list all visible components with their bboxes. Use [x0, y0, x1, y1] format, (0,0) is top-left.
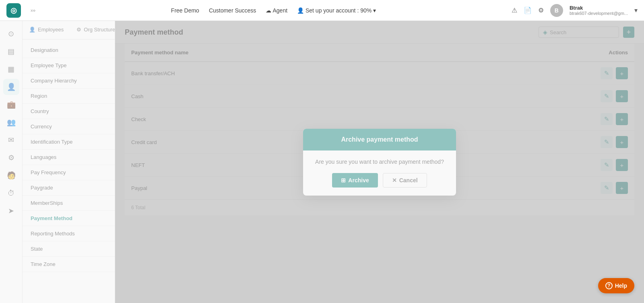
- nav-item-languages[interactable]: Languages: [23, 150, 115, 165]
- nav-item-paygrade[interactable]: Paygrade: [23, 180, 115, 196]
- table-row: Credit card ✎ +: [125, 131, 634, 154]
- sidebar-icon-tv[interactable]: ▤: [3, 43, 19, 60]
- cell-name: Credit card: [125, 131, 449, 154]
- nav-item-payment_method[interactable]: Payment Method: [23, 211, 115, 226]
- modal-cancel-button[interactable]: ✕ Cancel: [383, 173, 427, 188]
- help-circle-icon: ?: [605, 282, 613, 289]
- tab-org-structure[interactable]: ⚙ Org Structure: [70, 21, 115, 39]
- col-actions: Actions: [449, 44, 635, 62]
- left-nav: 👤 Employees ⚙ Org Structure 👤 HR Setting…: [23, 21, 115, 303]
- table-row: Cash ✎ +: [125, 85, 634, 108]
- main-content: Payment method ◈ + Payment method name A…: [115, 21, 644, 303]
- modal-archive-button[interactable]: ⊞ Archive: [332, 173, 378, 188]
- modal-header: Archive payment method: [303, 129, 456, 150]
- modal-overlay: Archive payment method Are you sure you …: [115, 21, 644, 303]
- nav-item-time_zone[interactable]: Time Zone: [23, 257, 115, 272]
- user-dropdown-icon[interactable]: ▾: [634, 6, 638, 14]
- nav-item-reporting_methods[interactable]: Reporting Methods: [23, 226, 115, 241]
- modal-body: Are you sure you want to archive payment…: [303, 150, 456, 173]
- header-right: ◈ +: [539, 27, 634, 38]
- table-footer: 6 Total: [125, 200, 634, 215]
- sidebar-icon-mail[interactable]: ✉: [3, 132, 19, 148]
- nav-item-company_hierarchy[interactable]: Company Hierarchy: [23, 73, 115, 89]
- edit-button[interactable]: ✎: [601, 113, 613, 125]
- cell-actions: ✎ +: [449, 108, 635, 131]
- cell-name: NEFT: [125, 154, 449, 177]
- edit-button[interactable]: ✎: [601, 182, 613, 194]
- sidebar-icon-briefcase[interactable]: 💼: [3, 97, 19, 113]
- layout: ⊙▤▦👤💼👥✉⚙🧑⏱➤ 👤 Employees ⚙ Org Structure …: [0, 21, 644, 303]
- cell-name: Paypal: [125, 177, 449, 200]
- cell-name: Bank transfer/ACH: [125, 62, 449, 85]
- top-nav-right: ⚠ 📄 ⚙ B Btrak btrak607-development@gm...…: [512, 4, 638, 17]
- content-header: Payment method ◈ +: [115, 21, 644, 44]
- edit-button[interactable]: ✎: [601, 90, 613, 102]
- table-row: Check ✎ +: [125, 108, 634, 131]
- nav-item-pay_frequency[interactable]: Pay Frequency: [23, 165, 115, 180]
- cell-name: Cash: [125, 85, 449, 108]
- alert-icon[interactable]: ⚠: [512, 6, 517, 14]
- sidebar-icon-user2[interactable]: 🧑: [3, 167, 19, 183]
- page-title: Payment method: [125, 28, 183, 37]
- cell-actions: ✎ +: [449, 62, 635, 85]
- cell-actions: ✎ +: [449, 131, 635, 154]
- tab-employees[interactable]: 👤 Employees: [23, 21, 70, 39]
- nav-item-state[interactable]: State: [23, 241, 115, 257]
- cancel-x-icon: ✕: [392, 177, 397, 183]
- search-icon: ◈: [543, 29, 547, 35]
- sidebar-icon-calendar[interactable]: ▦: [3, 61, 19, 77]
- document-icon[interactable]: 📄: [524, 6, 532, 14]
- sidebar-icon-settings[interactable]: ⚙: [3, 150, 19, 166]
- avatar[interactable]: B: [550, 4, 563, 17]
- archive-button[interactable]: +: [616, 67, 628, 79]
- icon-sidebar: ⊙▤▦👤💼👥✉⚙🧑⏱➤: [0, 21, 23, 303]
- nav-list: DesignationEmployee TypeCompany Hierarch…: [23, 39, 115, 303]
- col-name: Payment method name: [125, 44, 449, 62]
- nav-expander[interactable]: ›››: [31, 8, 35, 13]
- cell-actions: ✎ +: [449, 177, 635, 200]
- table-row: Paypal ✎ +: [125, 177, 634, 200]
- free-demo-link[interactable]: Free Demo: [171, 6, 199, 15]
- agent-link[interactable]: ☁ Agent: [266, 6, 287, 15]
- customer-success-link[interactable]: Customer Success: [209, 6, 256, 15]
- sidebar-icon-group[interactable]: 👥: [3, 114, 19, 130]
- archive-button[interactable]: +: [616, 159, 628, 171]
- nav-item-identification_type[interactable]: Identification Type: [23, 134, 115, 150]
- sidebar-icon-home[interactable]: ⊙: [3, 26, 19, 42]
- help-button[interactable]: ? Help: [598, 278, 634, 293]
- table-row: NEFT ✎ +: [125, 154, 634, 177]
- app-logo: ◎: [6, 3, 21, 18]
- gear-icon[interactable]: ⚙: [538, 6, 544, 14]
- sidebar-icon-clock[interactable]: ⏱: [3, 185, 19, 201]
- edit-button[interactable]: ✎: [601, 67, 613, 79]
- search-box[interactable]: ◈: [539, 27, 619, 38]
- user-info: Btrak btrak607-development@gm...: [570, 5, 628, 16]
- archive-button[interactable]: +: [616, 136, 628, 148]
- edit-button[interactable]: ✎: [601, 136, 613, 148]
- tab-bar: 👤 Employees ⚙ Org Structure 👤 HR Setting…: [23, 21, 115, 39]
- archive-button[interactable]: +: [616, 113, 628, 125]
- payment-methods-table: Payment method name Actions Bank transfe…: [125, 44, 634, 200]
- nav-item-employee_type[interactable]: Employee Type: [23, 58, 115, 73]
- archive-icon: ⊞: [341, 177, 346, 183]
- table-area: Payment method name Actions Bank transfe…: [115, 44, 644, 303]
- nav-item-region[interactable]: Region: [23, 89, 115, 104]
- cell-actions: ✎ +: [449, 154, 635, 177]
- edit-button[interactable]: ✎: [601, 159, 613, 171]
- setup-link[interactable]: 👤 Set up your account : 90% ▾: [297, 6, 376, 15]
- nav-item-designation[interactable]: Designation: [23, 43, 115, 58]
- table-row: Bank transfer/ACH ✎ +: [125, 62, 634, 85]
- nav-item-memberships[interactable]: MemberShips: [23, 196, 115, 211]
- top-nav-links: Free Demo Customer Success ☁ Agent 👤 Set…: [45, 6, 502, 15]
- add-button[interactable]: +: [623, 27, 634, 38]
- archive-modal: Archive payment method Are you sure you …: [303, 129, 456, 196]
- nav-item-currency[interactable]: Currency: [23, 119, 115, 134]
- archive-button[interactable]: +: [616, 90, 628, 102]
- nav-item-country[interactable]: Country: [23, 104, 115, 119]
- modal-actions: ⊞ Archive ✕ Cancel: [303, 173, 456, 196]
- search-input[interactable]: [550, 29, 610, 35]
- cell-actions: ✎ +: [449, 85, 635, 108]
- sidebar-icon-send[interactable]: ➤: [3, 203, 19, 219]
- sidebar-icon-person[interactable]: 👤: [3, 79, 19, 95]
- archive-button[interactable]: +: [616, 182, 628, 194]
